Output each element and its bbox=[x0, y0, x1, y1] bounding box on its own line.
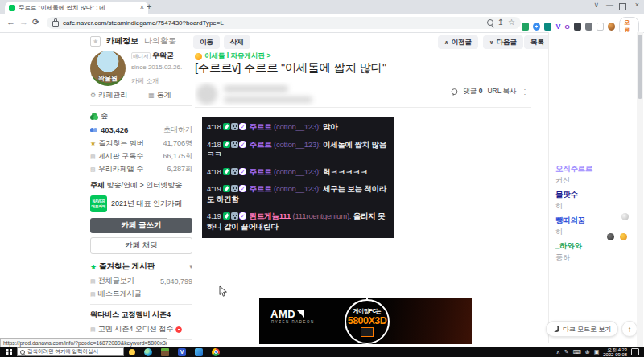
chat-username: 뢴트게늄111 bbox=[250, 211, 291, 220]
mouse-cursor bbox=[219, 285, 228, 298]
board-item[interactable]: 고멤 시즌4 오디션 접수 bbox=[98, 324, 174, 334]
manager-name[interactable]: 우왁굳 bbox=[152, 51, 174, 60]
blue-app-icon[interactable] bbox=[195, 348, 203, 356]
naver-badge-icon: NAVER 대표카페 bbox=[90, 195, 107, 212]
tab-close-icon[interactable]: × bbox=[140, 4, 144, 11]
list-button[interactable]: 목록 bbox=[524, 35, 551, 49]
share-icon[interactable]: ↥ bbox=[497, 18, 504, 27]
stat-value: 41,706명 bbox=[163, 138, 192, 149]
back-button[interactable]: ← bbox=[6, 17, 15, 27]
chat-username: 주르르 bbox=[250, 140, 272, 149]
extension-o-icon[interactable]: O bbox=[564, 23, 569, 31]
ad-headline-small: 게이밍PC는 bbox=[353, 307, 382, 315]
comment-label[interactable]: 댓글 bbox=[463, 87, 477, 95]
stats-icon: ▦ bbox=[148, 92, 155, 99]
chrome-icon[interactable] bbox=[212, 348, 220, 356]
reload-button[interactable]: ⟳ bbox=[32, 17, 39, 27]
tray-expand-icon[interactable]: ∧ bbox=[556, 349, 560, 355]
pen-icon[interactable]: ✎ bbox=[564, 349, 569, 355]
board-best-posts[interactable]: 베스트게시글 bbox=[98, 289, 142, 299]
url-copy-button[interactable]: URL 복사 bbox=[487, 87, 516, 96]
tab-my-activity[interactable]: 나의활동 bbox=[144, 35, 176, 47]
board-all-posts[interactable]: 전체글보기 bbox=[98, 276, 134, 286]
subscriber-badge-icon bbox=[231, 185, 238, 192]
post-title: [주르르v] 주르르 "이세돌에 짭치 많다" bbox=[195, 60, 386, 76]
browser-tab-strip: 주르르 "이세돌에 짭치 많다" : 네 × + ∨ — × bbox=[0, 0, 644, 14]
chat-message: 4:18 주르르 (cotton__123): 이세돌에 짭치 많음ㅋㅋ bbox=[207, 140, 390, 160]
prev-post-button[interactable]: ∧ 이전글 bbox=[438, 35, 478, 49]
dark-mode-button[interactable]: 다크 모드로 보기 bbox=[546, 321, 618, 337]
stat-value: 66,175회 bbox=[163, 151, 192, 162]
scroll-to-top-button[interactable]: ↑ bbox=[621, 321, 638, 337]
extension-blue-icon[interactable] bbox=[533, 23, 540, 31]
chat-handle: (cotton__123): bbox=[274, 140, 320, 149]
edge-icon[interactable] bbox=[144, 348, 152, 356]
window-close-button[interactable]: × bbox=[635, 1, 639, 9]
extension-green-icon[interactable] bbox=[522, 23, 529, 31]
new-post-dot-icon bbox=[175, 326, 182, 333]
cafe-stats-link[interactable]: 통계 bbox=[157, 90, 171, 101]
extensions-puzzle-icon[interactable] bbox=[585, 23, 592, 31]
minecraft-icon[interactable] bbox=[161, 348, 169, 356]
tab-cafe-info[interactable]: 카페정보 bbox=[106, 35, 138, 47]
system-tray: ∧ ✎ ⌨ ⊗ ▣ 오전 4:23 2022-09-08 bbox=[556, 347, 639, 357]
keyboard-icon[interactable]: ⌨ bbox=[573, 349, 581, 355]
prediction-badge-icon bbox=[223, 123, 230, 130]
window-maximize-button[interactable] bbox=[619, 3, 626, 10]
bookmark-star-icon[interactable]: ☆ bbox=[508, 18, 515, 27]
verified-badge-icon bbox=[239, 168, 246, 175]
address-bar[interactable]: cafe.naver.com/steamindiegame/7547430?bo… bbox=[47, 17, 521, 29]
taskbar-search-input[interactable]: 검색하려면 여기에 입력하십시 bbox=[17, 347, 124, 356]
cafe-logo[interactable]: 왁물원 bbox=[90, 51, 126, 86]
tray-status-icon[interactable]: ⊗ bbox=[585, 349, 590, 355]
collapse-chevron-icon[interactable]: ▾ bbox=[189, 264, 192, 270]
verified-badge-icon bbox=[239, 212, 246, 220]
chat-message: 4:19 뢴트게늄111 (111roentgenium): 올리지 못하니 같… bbox=[207, 211, 390, 232]
stat-label: 즐겨찾는 멤버 bbox=[98, 138, 144, 149]
new-tab-button[interactable]: + bbox=[147, 2, 151, 11]
topic-label: 주제 bbox=[90, 181, 105, 189]
move-post-button[interactable]: 이동 bbox=[193, 35, 220, 49]
emote-icon bbox=[621, 213, 629, 220]
v-app-icon[interactable]: V bbox=[178, 348, 186, 356]
forward-button[interactable]: → bbox=[19, 17, 28, 27]
extension-teal-icon[interactable] bbox=[544, 23, 551, 31]
extension-dark-icon[interactable] bbox=[574, 23, 581, 31]
section-title: 왁타버스 고정멤버 시즌4 bbox=[90, 310, 192, 320]
cafe-manage-link[interactable]: 카페관리 bbox=[98, 90, 127, 101]
next-post-button[interactable]: ∨ 다음글 bbox=[483, 35, 523, 49]
prediction-badge-icon bbox=[223, 168, 230, 175]
scrollbar-thumb[interactable] bbox=[638, 35, 642, 99]
invite-link[interactable]: 초대하기 bbox=[163, 125, 192, 135]
fav-boards-title: 즐겨찾는 게시판 bbox=[99, 261, 155, 272]
extension-v-icon[interactable]: V bbox=[555, 23, 560, 31]
page-scrollbar[interactable] bbox=[637, 32, 643, 347]
amd-ad-banner[interactable]: AMD RYZEN RADEON 게이밍PC는 5800X3D bbox=[259, 298, 472, 344]
browser-tab[interactable]: 주르르 "이세돌에 짭치 많다" : 네 × bbox=[5, 2, 148, 14]
zoom-icon[interactable] bbox=[487, 19, 493, 26]
weather-widget-icon[interactable] bbox=[129, 349, 135, 355]
cafe-intro-link[interactable]: 카페 소개 bbox=[131, 76, 182, 85]
amd-arrow-icon bbox=[297, 310, 304, 318]
tab-search-caret-icon[interactable]: ∨ bbox=[593, 1, 599, 9]
board-emoji-icon bbox=[195, 53, 202, 60]
window-minimize-button[interactable]: — bbox=[606, 1, 613, 9]
start-button-icon[interactable] bbox=[6, 349, 12, 355]
extension-light-icon[interactable] bbox=[597, 23, 604, 31]
members-icon bbox=[90, 127, 98, 133]
taskbar-clock[interactable]: 오전 4:23 2022-09-08 bbox=[603, 347, 627, 357]
notification-center-icon[interactable] bbox=[631, 348, 639, 355]
favorite-cafe-star-icon[interactable]: ★ bbox=[90, 36, 101, 47]
cafe-write-button[interactable]: 카페 글쓰기 bbox=[90, 218, 192, 233]
subscriber-badge-icon bbox=[231, 168, 238, 175]
overlay-chat-text: 풍하 bbox=[555, 252, 636, 263]
topic-value[interactable]: 방송/연예 > 인터넷방송 bbox=[107, 181, 183, 189]
profile-avatar[interactable] bbox=[608, 23, 615, 31]
ime-icon[interactable]: ▣ bbox=[594, 349, 600, 355]
delete-post-button[interactable]: 삭제 bbox=[224, 35, 250, 49]
cafe-chat-button[interactable]: 카페 채팅 bbox=[90, 237, 192, 254]
tab-title: 주르르 "이세돌에 짭치 많다" : 네 bbox=[19, 4, 137, 12]
subscriber-badge-icon bbox=[231, 212, 238, 220]
url-text: cafe.naver.com/steamindiegame/7547430?bo… bbox=[63, 19, 483, 27]
post-more-icon[interactable]: ⋮ bbox=[522, 88, 529, 96]
